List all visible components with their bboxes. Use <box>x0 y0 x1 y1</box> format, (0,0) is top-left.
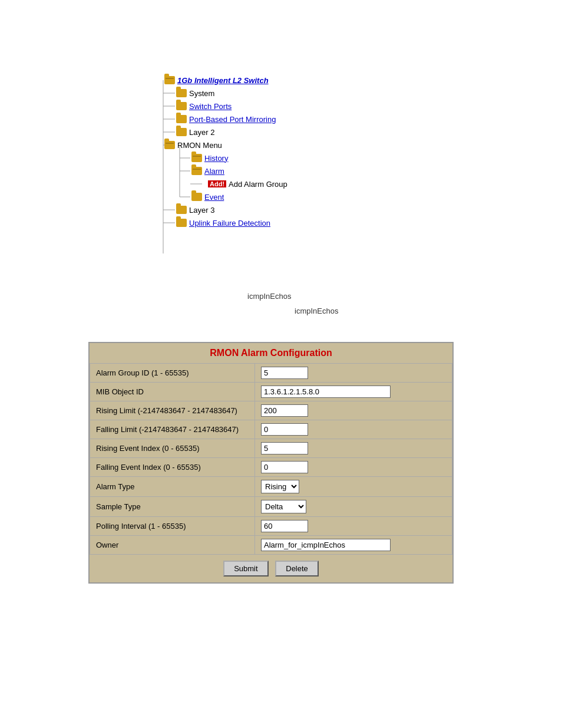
field-mib-object-id-cell <box>255 383 452 401</box>
tree-item-port-mirroring: Port-Based Port Mirroring <box>150 113 287 126</box>
field-polling-interval-cell <box>255 517 452 536</box>
layer3-label: Layer 3 <box>189 206 214 215</box>
root-folder-icon <box>164 76 175 84</box>
falling-limit-input[interactable] <box>261 423 308 436</box>
event-folder-icon <box>191 193 202 201</box>
tree-item-switch-ports: Switch Ports <box>150 100 287 113</box>
history-link[interactable]: History <box>204 154 228 163</box>
tree-item-system: System <box>150 87 287 100</box>
mib-label-2: icmpInEchos <box>295 307 338 315</box>
layer2-label: Layer 2 <box>189 128 214 137</box>
nav-tree: 1Gb Intelligent L2 Switch System Switch … <box>150 74 287 229</box>
field-falling-event-index: Falling Event Index (0 - 65535) <box>90 458 452 477</box>
field-mib-object-id-label: MIB Object ID <box>90 383 255 401</box>
rmon-folder-icon <box>164 141 175 149</box>
tree-item-uplink: Uplink Failure Detection <box>150 216 287 229</box>
field-owner-cell <box>255 536 452 555</box>
system-folder-icon <box>176 89 187 97</box>
form-title: RMON Alarm Configuration <box>90 343 452 363</box>
rmon-form: RMON Alarm Configuration Alarm Group ID … <box>88 342 454 584</box>
root-link[interactable]: 1Gb Intelligent L2 Switch <box>177 76 269 85</box>
delete-button[interactable]: Delete <box>275 561 319 577</box>
switch-ports-link[interactable]: Switch Ports <box>189 102 232 111</box>
history-folder-icon <box>191 154 202 162</box>
form-buttons: Submit Delete <box>90 555 452 582</box>
tree-item-history: History <box>150 151 287 164</box>
mib-object-id-input[interactable] <box>261 386 391 398</box>
field-falling-event-index-label: Falling Event Index (0 - 65535) <box>90 458 255 477</box>
field-alarm-type-cell: Rising Falling Either <box>255 477 452 497</box>
field-rising-event-index: Rising Event Index (0 - 65535) <box>90 439 452 458</box>
rmon-label: RMON Menu <box>177 141 222 150</box>
submit-button[interactable]: Submit <box>223 561 268 577</box>
system-label: System <box>189 89 214 98</box>
field-owner-label: Owner <box>90 536 255 555</box>
tree-item-layer2: Layer 2 <box>150 126 287 139</box>
field-alarm-group-id-cell <box>255 364 452 383</box>
polling-interval-input[interactable] <box>261 520 308 532</box>
layer2-folder-icon <box>176 128 187 136</box>
uplink-link[interactable]: Uplink Failure Detection <box>189 219 270 228</box>
field-sample-type: Sample Type Delta Absolute <box>90 497 452 517</box>
alarm-link[interactable]: Alarm <box>204 167 224 176</box>
port-mirroring-folder-icon <box>176 115 187 123</box>
switch-ports-folder-icon <box>176 102 187 110</box>
field-falling-limit: Falling Limit (-2147483647 - 2147483647) <box>90 420 452 439</box>
field-alarm-type-label: Alarm Type <box>90 477 255 497</box>
rising-event-index-input[interactable] <box>261 442 308 454</box>
field-rising-limit-cell <box>255 401 452 420</box>
field-sample-type-cell: Delta Absolute <box>255 497 452 517</box>
field-polling-interval-label: Polling Interval (1 - 65535) <box>90 517 255 536</box>
add-alarm-label: Add Alarm Group <box>229 180 287 189</box>
field-rising-limit: Rising Limit (-2147483647 - 2147483647) <box>90 401 452 420</box>
field-mib-object-id: MIB Object ID <box>90 383 452 401</box>
tree-root-item: 1Gb Intelligent L2 Switch <box>150 74 287 87</box>
sample-type-select[interactable]: Delta Absolute <box>261 500 306 513</box>
tree-item-alarm: Alarm <box>150 164 287 177</box>
mib-label-1: icmpInEchos <box>247 292 291 301</box>
field-rising-event-index-label: Rising Event Index (0 - 65535) <box>90 439 255 458</box>
tree-item-layer3: Layer 3 <box>150 203 287 216</box>
field-owner: Owner <box>90 536 452 555</box>
add-alarm-button[interactable]: Add! <box>208 180 226 187</box>
alarm-folder-icon <box>191 167 202 175</box>
event-link[interactable]: Event <box>204 193 224 202</box>
port-mirroring-link[interactable]: Port-Based Port Mirroring <box>189 115 276 124</box>
field-falling-limit-label: Falling Limit (-2147483647 - 2147483647) <box>90 420 255 439</box>
tree-item-event: Event <box>150 190 287 203</box>
field-falling-event-index-cell <box>255 458 452 477</box>
alarm-group-id-input[interactable] <box>261 367 308 379</box>
uplink-folder-icon <box>176 219 187 227</box>
field-rising-event-index-cell <box>255 439 452 458</box>
falling-event-index-input[interactable] <box>261 461 308 473</box>
layer3-folder-icon <box>176 206 187 214</box>
field-sample-type-label: Sample Type <box>90 497 255 517</box>
owner-input[interactable] <box>261 539 391 551</box>
alarm-type-select[interactable]: Rising Falling Either <box>261 480 299 493</box>
field-falling-limit-cell <box>255 420 452 439</box>
field-alarm-type: Alarm Type Rising Falling Either <box>90 477 452 497</box>
field-polling-interval: Polling Interval (1 - 65535) <box>90 517 452 536</box>
tree-item-rmon: RMON Menu <box>150 139 287 151</box>
form-table: Alarm Group ID (1 - 65535) MIB Object ID… <box>90 363 452 555</box>
rising-limit-input[interactable] <box>261 404 308 417</box>
field-alarm-group-id-label: Alarm Group ID (1 - 65535) <box>90 364 255 383</box>
field-alarm-group-id: Alarm Group ID (1 - 65535) <box>90 364 452 383</box>
field-rising-limit-label: Rising Limit (-2147483647 - 2147483647) <box>90 401 255 420</box>
tree-item-add-alarm: Add! Add Alarm Group <box>150 177 287 190</box>
